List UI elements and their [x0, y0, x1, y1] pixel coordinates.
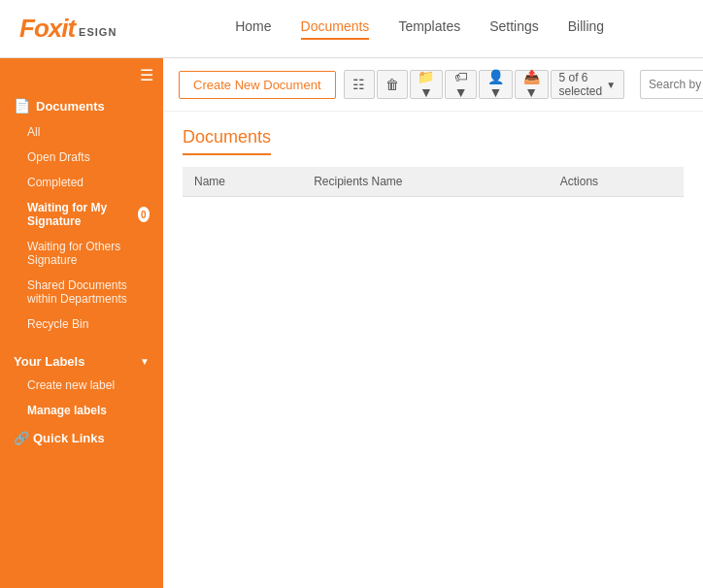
selected-count: 5 of 6 selected ▼	[551, 70, 625, 99]
table-header: Name Recipients Name Actions	[183, 167, 684, 197]
sidebar-your-labels[interactable]: Your Labels ▼	[0, 346, 163, 373]
search-input[interactable]	[640, 70, 703, 99]
documents-icon: 📄	[14, 98, 30, 114]
nav-documents[interactable]: Documents	[301, 18, 370, 40]
documents-table: Name Recipients Name Actions	[183, 167, 684, 197]
grid-view-button[interactable]: ☷	[344, 70, 375, 99]
selected-chevron-icon: ▼	[606, 80, 616, 90]
waiting-my-badge-wrap: Waiting for My Signature 0	[27, 201, 150, 228]
tag-icon: 🏷▼	[453, 69, 468, 100]
sidebar-item-waiting-others[interactable]: Waiting for Others Signature	[0, 234, 163, 273]
export-button[interactable]: 📤▼	[515, 70, 549, 99]
quick-links-label: Quick Links	[33, 431, 105, 445]
waiting-my-label: Waiting for My Signature	[27, 201, 134, 228]
sidebar-quick-links[interactable]: 🔗 Quick Links	[0, 423, 163, 453]
sidebar-item-shared-docs[interactable]: Shared Documents within Departments	[0, 273, 163, 311]
sidebar-item-waiting-my[interactable]: Waiting for My Signature 0	[0, 195, 163, 234]
nav-settings[interactable]: Settings	[489, 18, 539, 40]
sidebar-item-recycle-bin[interactable]: Recycle Bin	[0, 311, 163, 337]
waiting-my-badge: 0	[138, 207, 150, 222]
content-area: Documents Name Recipients Name Actions	[163, 112, 703, 588]
layout: ☰ 📄 Documents All Open Drafts Completed …	[0, 58, 703, 588]
col-name: Name	[183, 167, 302, 197]
sidebar-item-open-drafts[interactable]: Open Drafts	[0, 145, 163, 170]
create-new-document-button[interactable]: Create New Document	[179, 71, 336, 99]
header: Foxit ESIGN Home Documents Templates Set…	[0, 0, 703, 58]
your-labels-label: Your Labels	[14, 354, 84, 369]
trash-icon: 🗑	[385, 77, 399, 92]
main-content: Create New Document ☷ 🗑 📁▼ 🏷▼ 👤▼	[163, 58, 703, 588]
tag-button[interactable]: 🏷▼	[445, 70, 477, 99]
logo-esign-text: ESIGN	[79, 26, 117, 38]
nav-templates[interactable]: Templates	[398, 18, 460, 40]
logo: Foxit ESIGN	[19, 14, 117, 44]
person-icon: 👤▼	[487, 69, 504, 100]
main-nav: Home Documents Templates Settings Billin…	[155, 18, 684, 40]
link-icon: 🔗	[14, 431, 29, 445]
sidebar-divider	[0, 337, 163, 346]
delete-button[interactable]: 🗑	[377, 70, 408, 99]
export-icon: 📤▼	[523, 69, 540, 100]
logo-foxit-text: Foxit	[19, 14, 75, 44]
sidebar: ☰ 📄 Documents All Open Drafts Completed …	[0, 58, 163, 588]
recipient-button[interactable]: 👤▼	[479, 70, 513, 99]
sidebar-documents-label: Documents	[36, 99, 105, 114]
toolbar: Create New Document ☷ 🗑 📁▼ 🏷▼ 👤▼	[163, 58, 703, 112]
search-input-wrap: 🔍	[640, 70, 703, 99]
nav-home[interactable]: Home	[235, 18, 271, 40]
grid-icon: ☷	[352, 77, 365, 92]
col-actions: Actions	[549, 167, 684, 197]
content-title: Documents	[183, 127, 271, 155]
sidebar-documents-section: 📄 Documents	[0, 92, 163, 119]
table-header-row: Name Recipients Name Actions	[183, 167, 684, 197]
toolbar-actions: ☷ 🗑 📁▼ 🏷▼ 👤▼ 📤▼ 5 of 6 sel	[344, 70, 625, 99]
sidebar-item-manage-labels[interactable]: Manage labels	[0, 398, 163, 423]
folder-icon: 📁▼	[418, 69, 434, 100]
col-recipients: Recipients Name	[302, 167, 549, 197]
selected-count-text: 5 of 6 selected	[559, 71, 603, 98]
nav-billing[interactable]: Billing	[568, 18, 604, 40]
search-section: 🔍 🔍 Advanced Search	[640, 70, 703, 99]
sidebar-item-all[interactable]: All	[0, 119, 163, 145]
sidebar-item-completed[interactable]: Completed	[0, 170, 163, 195]
move-button[interactable]: 📁▼	[410, 70, 444, 99]
sidebar-item-create-label[interactable]: Create new label	[0, 373, 163, 398]
sidebar-toggle[interactable]: ☰	[0, 58, 163, 92]
hamburger-icon: ☰	[140, 66, 153, 84]
chevron-down-icon: ▼	[140, 356, 150, 367]
